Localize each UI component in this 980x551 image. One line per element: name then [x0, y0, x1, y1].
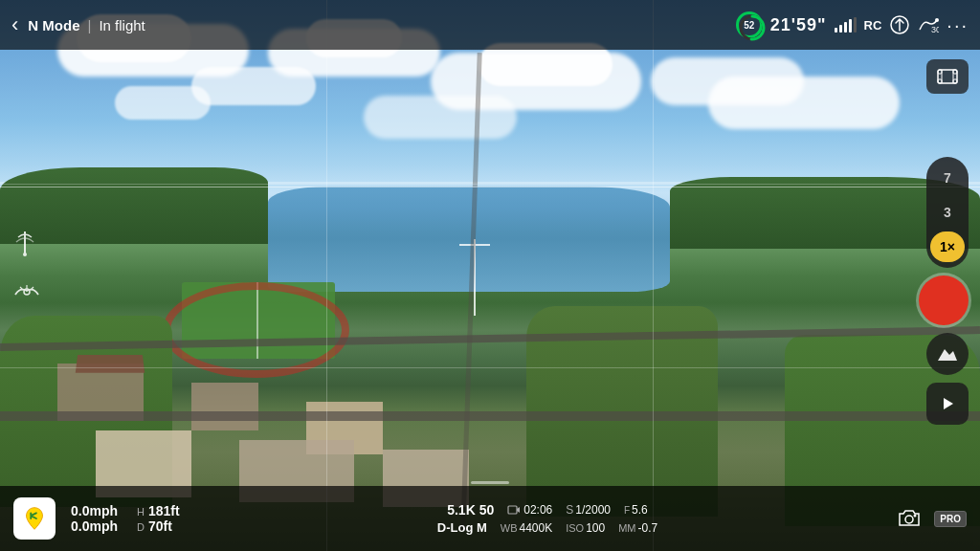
camera-feed: [0, 0, 980, 551]
svg-point-3: [935, 18, 939, 22]
flight-time: 21'59": [770, 15, 827, 35]
svg-rect-17: [508, 506, 517, 514]
zoom-1x[interactable]: 1×: [930, 231, 965, 262]
wildlife-icon[interactable]: [13, 281, 40, 308]
waypoint-mode-button[interactable]: [926, 333, 969, 375]
right-panel: 7 3 1×: [919, 57, 969, 479]
battery-indicator: 52: [736, 11, 763, 38]
rec-icon: [507, 504, 521, 516]
color-profile: D-Log M: [437, 520, 487, 535]
dist-label: D: [137, 521, 145, 533]
zoom-selector: 7 3 1×: [926, 157, 969, 268]
speed-icon[interactable]: 30: [918, 14, 939, 35]
left-panel: [13, 57, 40, 479]
zoom-7x[interactable]: 7: [930, 163, 965, 193]
rc-label: RC: [864, 18, 882, 33]
camera-stats: 5.1K 50 02:06 S 1/2000 F 5.6 D-Log M WB …: [203, 502, 893, 535]
position-telemetry: H 181ft D 70ft: [137, 503, 180, 534]
flight-status-label: In flight: [99, 17, 145, 33]
top-bar: ‹ N Mode | In flight 52 21'59" RC: [0, 0, 980, 50]
top-right-controls: 52 21'59" RC: [736, 11, 969, 38]
shutter-value: 1/2000: [575, 503, 611, 517]
antenna-icon[interactable]: [13, 230, 40, 262]
mm-value: -0.7: [638, 521, 658, 535]
more-options-button[interactable]: ···: [947, 14, 969, 36]
rec-time: 02:06: [523, 503, 552, 517]
height-value: 181ft: [148, 503, 180, 518]
flight-mode-label: N Mode: [28, 17, 79, 33]
playback-button[interactable]: [926, 383, 969, 425]
svg-point-19: [914, 515, 917, 518]
iso-value: 100: [586, 521, 605, 535]
signal-bar-2: [839, 25, 842, 33]
svg-text:30: 30: [931, 25, 939, 33]
scroll-indicator: [471, 481, 509, 484]
speed-telemetry: 0.0mph 0.0mph: [71, 503, 118, 534]
camera-switch-button[interactable]: [892, 501, 926, 536]
back-button[interactable]: ‹: [11, 12, 18, 37]
wb-icon: WB: [501, 522, 518, 534]
signal-bar-4: [849, 19, 852, 33]
height-label: H: [137, 506, 145, 518]
fstop-icon: F: [624, 505, 630, 516]
horizontal-speed: 0.0mph: [71, 503, 118, 518]
record-button[interactable]: [919, 276, 969, 325]
svg-marker-15: [944, 398, 953, 409]
map-button[interactable]: [13, 497, 56, 540]
horizon-line: [0, 187, 980, 187]
dist-value: 70ft: [148, 518, 172, 534]
resolution-stat: 5.1K 50: [447, 502, 494, 518]
zoom-3x[interactable]: 3: [930, 197, 965, 228]
signal-bars: [835, 17, 857, 33]
vertical-speed: 0.0mph: [71, 518, 118, 534]
svg-point-13: [23, 253, 27, 256]
fstop-value: 5.6: [632, 503, 648, 517]
shutter-icon: S: [566, 503, 573, 517]
top-divider: |: [88, 17, 92, 33]
signal-bar-5: [854, 17, 857, 33]
svg-point-18: [905, 516, 913, 523]
pro-badge[interactable]: PRO: [934, 511, 967, 527]
iso-icon: ISO: [566, 522, 584, 534]
mm-icon: MM: [618, 522, 635, 534]
wb-value: 4400K: [520, 521, 553, 535]
bottom-right-controls: PRO: [892, 501, 967, 536]
battery-pct: 52: [744, 20, 754, 31]
signal-bar-1: [835, 28, 837, 33]
return-home-icon[interactable]: [889, 14, 910, 35]
signal-bar-3: [844, 22, 847, 33]
bottom-bar: 0.0mph 0.0mph H 181ft D 70ft 5.1K 50 02:…: [0, 486, 980, 551]
